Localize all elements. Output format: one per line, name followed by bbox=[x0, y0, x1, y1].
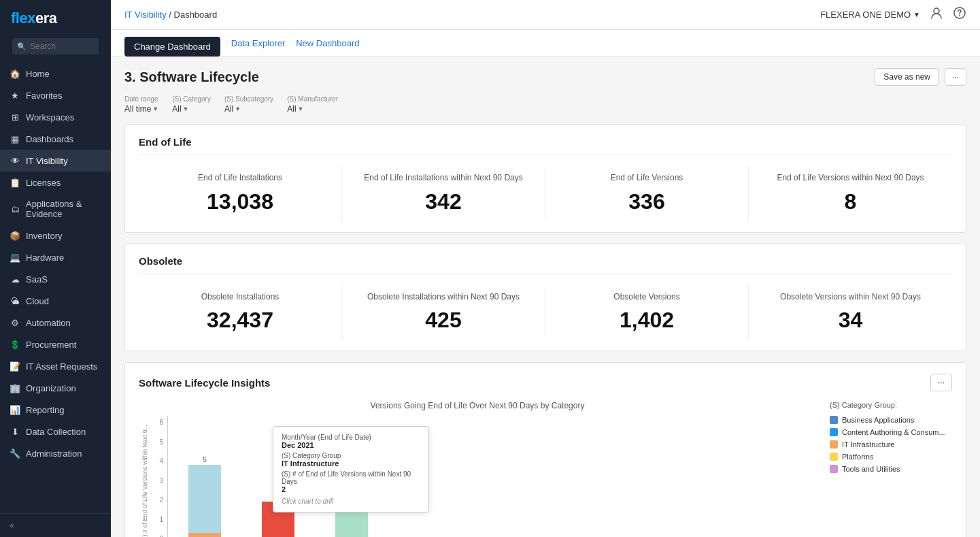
applications-icon: 🗂 bbox=[10, 204, 20, 214]
sidebar-item-dashboards[interactable]: ▦ Dashboards bbox=[0, 128, 111, 150]
sidebar-item-automation[interactable]: ⚙ Automation bbox=[0, 312, 111, 333]
eol-installations: End of Life Installations 13,038 bbox=[139, 166, 342, 221]
chart-tooltip: Month/Year (End of Life Date) Dec 2021 (… bbox=[273, 426, 429, 512]
chevron-down-icon: ▼ bbox=[235, 105, 241, 112]
topbar-right: FLEXERA ONE DEMO ▼ bbox=[820, 6, 966, 23]
sidebar-item-it-asset-requests[interactable]: 📝 IT Asset Requests bbox=[0, 355, 111, 377]
sidebar-item-home[interactable]: 🏠 Home bbox=[0, 63, 111, 84]
insights-more-button[interactable]: ··· bbox=[930, 374, 952, 391]
sidebar-item-it-visibility[interactable]: 👁 IT Visibility bbox=[0, 150, 111, 172]
account-switcher[interactable]: FLEXERA ONE DEMO ▼ bbox=[820, 10, 920, 20]
dashboard-header: 3. Software Lifecycle Save as new ··· bbox=[124, 68, 966, 86]
legend-label-3: Platforms bbox=[842, 453, 873, 461]
sidebar-item-label: Favorites bbox=[26, 91, 62, 101]
subcategory-filter[interactable]: (S) Subcategory All ▼ bbox=[224, 95, 273, 114]
eye-icon: 👁 bbox=[10, 155, 20, 166]
legend-label-2: IT Infrastructure bbox=[842, 440, 894, 449]
content-area: Change Dashboard Data Explorer New Dashb… bbox=[111, 30, 980, 537]
bar-segment-it-infra bbox=[188, 533, 221, 537]
sidebar-item-label: Workspaces bbox=[26, 112, 74, 123]
search-icon: 🔍 bbox=[17, 42, 27, 51]
app-logo: flexera bbox=[11, 10, 56, 27]
insights-header: Software Lifecycle Insights ··· bbox=[139, 374, 952, 391]
sidebar-item-applications[interactable]: 🗂 Applications & Evidence bbox=[0, 193, 111, 225]
new-dashboard-link[interactable]: New Dashboard bbox=[296, 38, 359, 55]
obsolete-installations: Obsolete Installations 32,437 bbox=[139, 285, 342, 340]
dashboard-tabs: Change Dashboard Data Explorer New Dashb… bbox=[111, 30, 980, 57]
svg-point-0 bbox=[934, 8, 939, 14]
saas-icon: ☁ bbox=[10, 274, 20, 284]
date-range-filter[interactable]: Date range All time ▼ bbox=[124, 95, 158, 114]
insights-title: Software Lifecycle Insights bbox=[139, 377, 270, 389]
organization-icon: 🏢 bbox=[10, 383, 20, 393]
bar-nov2021[interactable]: 5 bbox=[188, 456, 221, 537]
breadcrumb-parent[interactable]: IT Visibility bbox=[124, 10, 167, 20]
legend-label-0: Business Applications bbox=[842, 416, 914, 424]
search-area[interactable]: 🔍 bbox=[5, 34, 105, 59]
sidebar-collapse-button[interactable]: « bbox=[0, 513, 111, 537]
chevron-down-icon: ▼ bbox=[298, 105, 304, 112]
sidebar-item-inventory[interactable]: 📦 Inventory bbox=[0, 225, 111, 246]
chevron-down-icon: ▼ bbox=[152, 105, 158, 112]
sidebar-item-reporting[interactable]: 📊 Reporting bbox=[0, 399, 111, 421]
sidebar-item-label: Home bbox=[26, 69, 50, 79]
legend-label-4: Tools and Utilities bbox=[842, 465, 900, 473]
help-icon[interactable] bbox=[953, 6, 966, 23]
star-icon: ★ bbox=[10, 90, 20, 101]
automation-icon: ⚙ bbox=[10, 317, 20, 328]
sidebar-item-licenses[interactable]: 📋 Licenses bbox=[0, 172, 111, 193]
legend-title: (S) Category Group: bbox=[830, 401, 952, 409]
administration-icon: 🔧 bbox=[10, 448, 20, 459]
sidebar-item-saas[interactable]: ☁ SaaS bbox=[0, 268, 111, 290]
sidebar-item-workspaces[interactable]: ⊞ Workspaces bbox=[0, 106, 111, 128]
chart-area[interactable]: Versions Going End of Life Over Next 90 … bbox=[139, 401, 816, 537]
tooltip-drill-text: Click chart to drill bbox=[282, 498, 420, 505]
sidebar-item-label: Cloud bbox=[26, 296, 49, 306]
breadcrumb: IT Visibility / Dashboard bbox=[124, 10, 217, 20]
sidebar-item-hardware[interactable]: 💻 Hardware bbox=[0, 246, 111, 268]
obsolete-section-title: Obsolete bbox=[139, 255, 952, 274]
data-explorer-link[interactable]: Data Explorer bbox=[231, 38, 285, 55]
legend-color-0 bbox=[830, 416, 838, 424]
sidebar-item-favorites[interactable]: ★ Favorites bbox=[0, 84, 111, 106]
dashboard-title: 3. Software Lifecycle bbox=[124, 69, 259, 85]
change-dashboard-button[interactable]: Change Dashboard bbox=[124, 37, 220, 56]
legend-color-1 bbox=[830, 428, 838, 436]
dashboard-body: 3. Software Lifecycle Save as new ··· Da… bbox=[111, 57, 980, 537]
sidebar-item-cloud[interactable]: 🌥 Cloud bbox=[0, 290, 111, 312]
save-as-new-button[interactable]: Save as new bbox=[875, 68, 939, 86]
sidebar-item-administration[interactable]: 🔧 Administration bbox=[0, 442, 111, 464]
bar-chart[interactable]: 5 2 bbox=[167, 416, 816, 537]
topbar: IT Visibility / Dashboard FLEXERA ONE DE… bbox=[111, 0, 980, 30]
main-area: IT Visibility / Dashboard FLEXERA ONE DE… bbox=[111, 0, 980, 537]
sidebar-item-organization[interactable]: 🏢 Organization bbox=[0, 377, 111, 399]
sidebar-item-label: Procurement bbox=[26, 340, 76, 350]
chevron-down-icon: ▼ bbox=[913, 11, 920, 18]
sidebar-item-label: IT Visibility bbox=[26, 156, 68, 166]
sidebar-item-label: SaaS bbox=[26, 274, 48, 284]
reporting-icon: 📊 bbox=[10, 404, 20, 415]
more-options-button[interactable]: ··· bbox=[945, 68, 966, 86]
obsolete-versions-90days: Obsolete Versions within Next 90 Days 34 bbox=[749, 285, 952, 340]
bar-segment-platforms bbox=[335, 510, 368, 537]
chart-title: Versions Going End of Life Over Next 90 … bbox=[139, 401, 816, 410]
obsolete-metrics-grid: Obsolete Installations 32,437 Obsolete I… bbox=[139, 285, 952, 340]
data-collection-icon: ⬇ bbox=[10, 426, 20, 437]
obsolete-versions: Obsolete Versions 1,402 bbox=[545, 285, 749, 340]
chart-legend: (S) Category Group: Business Application… bbox=[830, 401, 952, 473]
chevron-down-icon: ▼ bbox=[183, 105, 189, 112]
legend-item-3: Platforms bbox=[830, 453, 952, 461]
category-filter[interactable]: (S) Category All ▼ bbox=[172, 95, 211, 114]
main-nav: 🏠 Home ★ Favorites ⊞ Workspaces ▦ Dashbo… bbox=[0, 63, 111, 513]
licenses-icon: 📋 bbox=[10, 177, 20, 188]
sidebar-item-label: Licenses bbox=[26, 178, 61, 188]
manufacturer-filter[interactable]: (S) Manufacturer All ▼ bbox=[287, 95, 338, 114]
legend-item-1: Content Authoring & Consum... bbox=[830, 428, 952, 436]
sidebar-item-procurement[interactable]: 💲 Procurement bbox=[0, 333, 111, 355]
end-of-life-section: End of Life End of Life Installations 13… bbox=[124, 125, 966, 233]
sidebar-item-data-collection[interactable]: ⬇ Data Collection bbox=[0, 421, 111, 442]
sidebar-item-label: Organization bbox=[26, 383, 76, 393]
user-icon[interactable] bbox=[930, 6, 943, 23]
sidebar-item-label: Applications & Evidence bbox=[26, 199, 101, 219]
insights-section: Software Lifecycle Insights ··· Versions… bbox=[124, 362, 966, 537]
